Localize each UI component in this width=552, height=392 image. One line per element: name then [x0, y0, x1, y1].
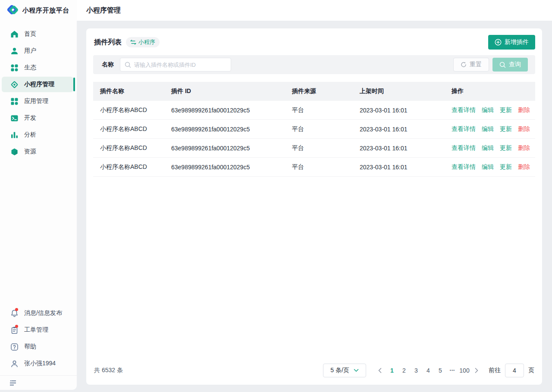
- page-size-value: 5 条/页: [330, 367, 349, 374]
- edit-link[interactable]: 编辑: [482, 106, 494, 114]
- sidebar-item-app-management[interactable]: 应用管理: [2, 93, 75, 109]
- collapse-sidebar-icon[interactable]: [9, 380, 17, 386]
- sidebar: 小程序开放平台 首页 用户 生态: [0, 0, 77, 390]
- edit-link[interactable]: 编辑: [482, 163, 494, 171]
- edit-link[interactable]: 编辑: [482, 125, 494, 133]
- update-link[interactable]: 更新: [500, 106, 512, 114]
- more-pages-icon[interactable]: •••: [446, 364, 458, 377]
- chevron-down-icon: [354, 369, 359, 372]
- update-link[interactable]: 更新: [500, 125, 512, 133]
- delete-link[interactable]: 删除: [518, 163, 530, 171]
- plugin-source-cell: 平台: [285, 144, 353, 152]
- filter-bar: 名称: [93, 55, 535, 74]
- view-details-link[interactable]: 查看详情: [452, 106, 476, 114]
- plugin-search-input[interactable]: [134, 62, 226, 68]
- sidebar-item-ecosystem[interactable]: 生态: [2, 60, 75, 75]
- delete-link[interactable]: 删除: [518, 144, 530, 152]
- sidebar-item-label: 生态: [24, 64, 36, 72]
- sidebar-item-label: 分析: [24, 131, 36, 139]
- sidebar-item-analysis[interactable]: 分析: [2, 127, 75, 143]
- sidebar-item-miniapp-management[interactable]: 小程序管理: [2, 77, 73, 92]
- view-details-link[interactable]: 查看详情: [452, 125, 476, 133]
- column-header: 插件名称: [93, 87, 164, 95]
- reset-button[interactable]: 重置: [453, 58, 489, 72]
- page-size-select[interactable]: 5 条/页: [323, 364, 366, 377]
- reset-label: 重置: [470, 61, 482, 68]
- chart-icon: [10, 131, 19, 139]
- sidebar-item-label: 张小强1994: [24, 360, 56, 367]
- terminal-icon: [10, 114, 19, 122]
- sidebar-item-label: 小程序管理: [24, 81, 54, 88]
- plugin-name-cell: 小程序名称ABCD: [93, 125, 164, 133]
- sidebar-item-label: 资源: [24, 148, 36, 156]
- sidebar-item-home[interactable]: 首页: [2, 26, 75, 42]
- goto-page-input[interactable]: [505, 364, 524, 377]
- refresh-icon: [461, 62, 467, 68]
- plugin-time-cell: 2023-03-01 16:01: [353, 164, 445, 171]
- update-link[interactable]: 更新: [500, 163, 512, 171]
- page-number-button[interactable]: 3: [410, 364, 422, 377]
- page-number-button[interactable]: 100: [458, 364, 470, 377]
- sidebar-item-messages[interactable]: 消息/信息发布: [2, 305, 75, 321]
- plugin-time-cell: 2023-03-01 16:01: [353, 107, 445, 114]
- actions-cell: 查看详情 编辑 更新 删除: [445, 163, 535, 171]
- page-number-button[interactable]: 2: [398, 364, 410, 377]
- top-header: 小程序管理: [77, 0, 552, 21]
- sidebar-item-development[interactable]: 开发: [2, 110, 75, 126]
- next-page-button[interactable]: [470, 364, 483, 377]
- page-number-button[interactable]: 5: [434, 364, 446, 377]
- table-row: 小程序名称ABCD 63e989899261fa00012029c5 平台 20…: [93, 158, 535, 177]
- ecosystem-icon: [10, 64, 19, 72]
- view-details-link[interactable]: 查看详情: [452, 144, 476, 152]
- sidebar-item-label: 消息/信息发布: [24, 309, 62, 317]
- sidebar-item-label: 工单管理: [24, 326, 48, 334]
- table-header-row: 插件名称 插件 ID 插件来源 上架时间 操作: [93, 82, 535, 101]
- edit-link[interactable]: 编辑: [482, 144, 494, 152]
- plugin-id-cell: 63e989899261fa00012029c5: [164, 126, 285, 133]
- tag-label: 小程序: [138, 38, 155, 46]
- notification-badge: [15, 325, 18, 328]
- plugin-time-cell: 2023-03-01 16:01: [353, 126, 445, 133]
- update-link[interactable]: 更新: [500, 144, 512, 152]
- delete-link[interactable]: 删除: [518, 106, 530, 114]
- search-icon: [125, 62, 131, 68]
- add-plugin-label: 新增插件: [505, 38, 529, 46]
- page-number-button[interactable]: 4: [422, 364, 434, 377]
- actions-cell: 查看详情 编辑 更新 删除: [445, 125, 535, 133]
- sidebar-menu: 首页 用户 生态: [0, 21, 77, 161]
- delete-link[interactable]: 删除: [518, 125, 530, 133]
- filter-name-label: 名称: [102, 61, 114, 68]
- resource-icon: [10, 148, 19, 156]
- prev-page-button[interactable]: [374, 364, 386, 377]
- query-button[interactable]: 查询: [492, 58, 528, 72]
- goto-label: 前往: [489, 367, 501, 374]
- miniapp-icon: [10, 81, 19, 89]
- view-details-link[interactable]: 查看详情: [452, 163, 476, 171]
- table-body: 小程序名称ABCD 63e989899261fa00012029c5 平台 20…: [93, 101, 535, 177]
- sidebar-item-account[interactable]: 张小强1994: [2, 356, 75, 371]
- sidebar-item-tickets[interactable]: 工单管理: [2, 322, 75, 338]
- sidebar-item-users[interactable]: 用户: [2, 43, 75, 59]
- app-logo-icon: [6, 4, 19, 17]
- search-box: [120, 58, 231, 72]
- add-plugin-button[interactable]: 新增插件: [488, 35, 535, 50]
- column-header: 插件来源: [285, 87, 353, 95]
- sidebar-menu-bottom: 消息/信息发布 工单管理 帮助: [0, 300, 77, 375]
- swap-arrows-icon: [130, 40, 136, 45]
- miniapp-tag[interactable]: 小程序: [126, 37, 160, 47]
- sidebar-item-help[interactable]: 帮助: [2, 339, 75, 355]
- sidebar-item-label: 首页: [24, 30, 36, 38]
- plugin-id-cell: 63e989899261fa00012029c5: [164, 107, 285, 114]
- user-icon: [10, 47, 19, 55]
- sidebar-item-label: 应用管理: [24, 97, 48, 105]
- sidebar-item-resources[interactable]: 资源: [2, 144, 75, 159]
- main-area: 小程序管理 插件列表 小程序: [77, 0, 552, 392]
- column-header: 上架时间: [353, 87, 445, 95]
- page-number-button[interactable]: 1: [386, 364, 398, 377]
- sidebar-item-label: 开发: [24, 114, 36, 122]
- plugin-name-cell: 小程序名称ABCD: [93, 163, 164, 171]
- card-header: 插件列表 小程序: [93, 30, 535, 54]
- query-label: 查询: [509, 61, 521, 68]
- column-header: 插件 ID: [164, 87, 285, 95]
- card-title: 插件列表: [94, 38, 122, 47]
